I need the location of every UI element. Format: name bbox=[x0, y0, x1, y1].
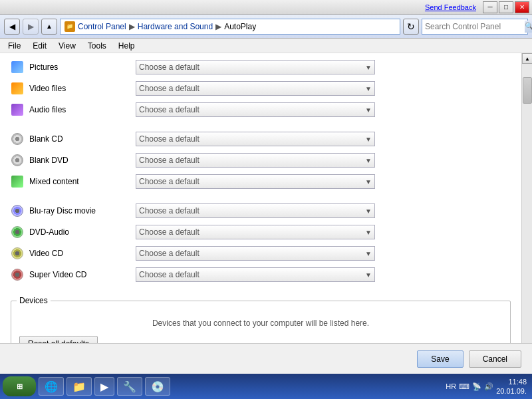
search-button[interactable]: 🔍 bbox=[525, 21, 532, 33]
row-video-files: Video files Choose a default ▼ bbox=[11, 80, 511, 97]
mixed-content-icon bbox=[11, 175, 24, 188]
locale-label: HR bbox=[446, 382, 456, 390]
keyboard-icon: ⌨ bbox=[459, 382, 469, 391]
row-mixed-content: Mixed content Choose a default ▼ bbox=[11, 173, 511, 190]
volume-icon[interactable]: 🔊 bbox=[484, 382, 493, 391]
bluray-icon bbox=[11, 204, 24, 217]
video-cd-dropdown-arrow: ▼ bbox=[365, 250, 372, 257]
bluray-select[interactable]: Choose a default ▼ bbox=[136, 203, 375, 218]
system-tray: HR ⌨ 📡 🔊 11:48 20.01.09. bbox=[446, 377, 529, 396]
row-blank-dvd: Blank DVD Choose a default ▼ bbox=[11, 152, 511, 169]
super-video-cd-icon bbox=[11, 268, 24, 281]
minimize-button[interactable]: ─ bbox=[483, 1, 497, 13]
video-files-dropdown-arrow: ▼ bbox=[365, 85, 372, 92]
video-files-select[interactable]: Choose a default ▼ bbox=[136, 81, 375, 96]
network-icon: 📡 bbox=[472, 382, 481, 391]
scroll-track[interactable] bbox=[522, 64, 532, 388]
addressbar: ◀ ▶ ▲ 📁 Control Panel ▶ Hardware and Sou… bbox=[0, 15, 532, 39]
start-button[interactable]: ⊞ bbox=[3, 376, 36, 396]
video-files-label: Video files bbox=[29, 84, 136, 93]
scroll-thumb[interactable] bbox=[523, 77, 532, 104]
mixed-content-select[interactable]: Choose a default ▼ bbox=[136, 174, 375, 189]
save-button[interactable]: Save bbox=[417, 350, 463, 368]
pictures-icon bbox=[11, 61, 24, 74]
blank-dvd-label: Blank DVD bbox=[29, 156, 136, 165]
blank-cd-icon bbox=[11, 132, 24, 146]
audio-files-dropdown-arrow: ▼ bbox=[365, 106, 372, 114]
media-icon: ▶ bbox=[100, 380, 108, 393]
video-cd-label: Video CD bbox=[29, 249, 136, 258]
pictures-label: Pictures bbox=[29, 63, 136, 72]
blank-dvd-select[interactable]: Choose a default ▼ bbox=[136, 153, 375, 168]
row-super-video-cd: Super Video CD Choose a default ▼ bbox=[11, 266, 511, 283]
row-dvd-audio: DVD-Audio Choose a default ▼ bbox=[11, 223, 511, 241]
breadcrumb-level1[interactable]: Hardware and Sound bbox=[138, 22, 213, 31]
folder-taskbar-icon: 📁 bbox=[72, 380, 86, 393]
video-files-icon bbox=[11, 82, 24, 95]
audio-files-select[interactable]: Choose a default ▼ bbox=[136, 102, 375, 117]
audio-files-label: Audio files bbox=[29, 105, 136, 114]
clock-time: 11:48 bbox=[496, 377, 527, 386]
row-pictures: Pictures Choose a default ▼ bbox=[11, 59, 511, 76]
row-audio-files: Audio files Choose a default ▼ bbox=[11, 101, 511, 118]
taskbar-tools-button[interactable]: 🔧 bbox=[117, 377, 142, 396]
audio-files-icon bbox=[11, 103, 24, 116]
cancel-button[interactable]: Cancel bbox=[469, 350, 521, 368]
taskbar-disk-button[interactable]: 💿 bbox=[145, 377, 170, 396]
breadcrumb-current: AutoPlay bbox=[224, 22, 256, 31]
menubar: File Edit View Tools Help bbox=[0, 39, 532, 53]
restore-button[interactable]: □ bbox=[499, 1, 513, 13]
mixed-content-label: Mixed content bbox=[29, 177, 136, 186]
menu-help[interactable]: Help bbox=[113, 40, 140, 52]
taskbar-ie-button[interactable]: 🌐 bbox=[39, 377, 64, 396]
row-bluray: Blu-ray Disc movie Choose a default ▼ bbox=[11, 202, 511, 219]
clock: 11:48 20.01.09. bbox=[496, 377, 527, 396]
titlebar: Send Feedback ─ □ ✕ bbox=[0, 0, 532, 15]
send-feedback-link[interactable]: Send Feedback bbox=[425, 3, 476, 11]
taskbar-media-button[interactable]: ▶ bbox=[94, 377, 114, 396]
menu-file[interactable]: File bbox=[3, 40, 26, 52]
ie-icon: 🌐 bbox=[45, 380, 58, 393]
row-video-cd: Video CD Choose a default ▼ bbox=[11, 245, 511, 262]
menu-tools[interactable]: Tools bbox=[82, 40, 112, 52]
dvd-audio-select[interactable]: Choose a default ▼ bbox=[136, 225, 375, 239]
video-cd-select[interactable]: Choose a default ▼ bbox=[136, 246, 375, 261]
pictures-dropdown-arrow: ▼ bbox=[365, 64, 372, 71]
bluray-label: Blu-ray Disc movie bbox=[29, 206, 136, 215]
tools-icon: 🔧 bbox=[123, 380, 136, 393]
dvd-audio-icon bbox=[11, 225, 24, 239]
search-box: 🔍 bbox=[422, 19, 528, 35]
super-video-cd-label: Super Video CD bbox=[29, 270, 136, 279]
forward-button[interactable]: ▶ bbox=[23, 19, 39, 35]
menu-edit[interactable]: Edit bbox=[27, 40, 52, 52]
clock-date: 20.01.09. bbox=[496, 386, 527, 396]
video-cd-icon bbox=[11, 247, 24, 260]
start-icon: ⊞ bbox=[17, 382, 23, 391]
blank-cd-select[interactable]: Choose a default ▼ bbox=[136, 132, 375, 146]
bottom-action-bar: Save Cancel bbox=[0, 343, 532, 374]
devices-label: Devices bbox=[17, 296, 51, 305]
blank-cd-label: Blank CD bbox=[29, 134, 136, 144]
taskbar-folder-button[interactable]: 📁 bbox=[66, 377, 92, 396]
close-button[interactable]: ✕ bbox=[515, 1, 529, 13]
scroll-up-button[interactable]: ▲ bbox=[522, 53, 532, 64]
refresh-button[interactable]: ↻ bbox=[403, 19, 419, 35]
taskbar: ⊞ 🌐 📁 ▶ 🔧 💿 HR ⌨ 📡 🔊 11:48 20.01.09. bbox=[0, 374, 532, 399]
blank-cd-dropdown-arrow: ▼ bbox=[365, 136, 372, 143]
folder-icon: 📁 bbox=[65, 21, 75, 32]
dvd-audio-label: DVD-Audio bbox=[29, 227, 136, 237]
search-input[interactable] bbox=[425, 22, 525, 31]
super-video-cd-dropdown-arrow: ▼ bbox=[365, 271, 372, 279]
bluray-dropdown-arrow: ▼ bbox=[365, 207, 372, 215]
disk-icon: 💿 bbox=[151, 380, 164, 393]
menu-view[interactable]: View bbox=[53, 40, 81, 52]
devices-empty-text: Devices that you connect to your compute… bbox=[19, 319, 502, 328]
breadcrumb-root[interactable]: Control Panel bbox=[78, 22, 126, 31]
super-video-cd-select[interactable]: Choose a default ▼ bbox=[136, 267, 375, 282]
row-blank-cd: Blank CD Choose a default ▼ bbox=[11, 130, 511, 148]
pictures-select[interactable]: Choose a default ▼ bbox=[136, 60, 375, 74]
breadcrumb: 📁 Control Panel ▶ Hardware and Sound ▶ A… bbox=[60, 19, 400, 35]
blank-dvd-icon bbox=[11, 154, 24, 167]
back-button[interactable]: ◀ bbox=[4, 19, 20, 35]
up-button[interactable]: ▲ bbox=[41, 19, 57, 35]
